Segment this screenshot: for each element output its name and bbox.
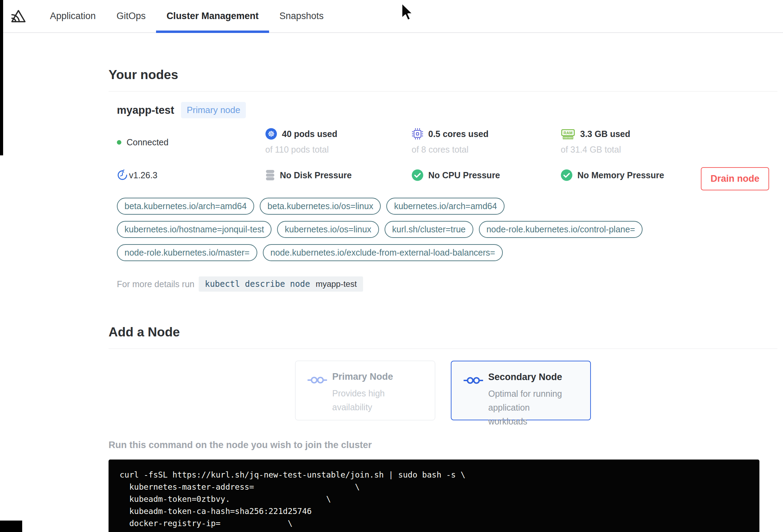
node-label-pill: kubernetes.io/hostname=jonquil-test <box>117 221 272 238</box>
node-label-pill: kubernetes.io/os=linux <box>277 221 379 238</box>
kubectl-command-node-name: myapp-test <box>316 279 357 289</box>
primary-node-option-description: Provides high availability <box>332 386 412 414</box>
pods-stat: ☸ 40 pods used of 110 pods total <box>265 128 412 155</box>
code-line: kubeadm-token=0ztbvy. \ <box>120 493 748 505</box>
cores-stat: 0.5 cores used of 8 cores total <box>412 128 561 155</box>
memory-pressure-label: No Memory Pressure <box>577 170 664 180</box>
node-label-pill: beta.kubernetes.io/os=linux <box>260 198 381 215</box>
status-dot-icon <box>117 140 121 145</box>
secondary-node-option-title: Secondary Node <box>488 372 568 383</box>
node-label-pill: beta.kubernetes.io/arch=amd64 <box>117 198 254 215</box>
tab-snapshots-label: Snapshots <box>279 11 324 22</box>
kubectl-command-text: kubectl describe node <box>205 279 310 289</box>
code-line: kubernetes-master-address= \ <box>120 481 748 493</box>
pods-used-label: 40 pods used <box>282 129 337 139</box>
node-label-pill: kubernetes.io/arch=amd64 <box>386 198 505 215</box>
tab-snapshots[interactable]: Snapshots <box>269 0 334 32</box>
cpu-icon <box>412 128 423 140</box>
svg-text:RAM: RAM <box>563 131 573 135</box>
tab-application[interactable]: Application <box>40 0 106 32</box>
node-version: v1.26.3 <box>117 170 265 181</box>
node-details-hint: For more details run kubectl describe no… <box>117 276 777 292</box>
node-labels: beta.kubernetes.io/arch=amd64 beta.kuber… <box>117 198 658 261</box>
kubernetes-icon: ☸ <box>265 128 277 140</box>
tab-cluster-management[interactable]: Cluster Management <box>156 0 269 32</box>
tab-cluster-management-label: Cluster Management <box>166 11 259 22</box>
cores-total-label: of 8 cores total <box>412 145 561 155</box>
top-navigation: Application GitOps Cluster Management Sn… <box>0 0 783 33</box>
secondary-node-option-description: Optimal for running application workload… <box>488 387 568 428</box>
add-node-section: Add a Node Primary Node Provides high av… <box>109 325 777 532</box>
primary-node-badge: Primary node <box>181 102 246 118</box>
cores-used-label: 0.5 cores used <box>428 129 489 139</box>
node-link-icon <box>463 376 483 385</box>
add-node-title: Add a Node <box>109 325 777 349</box>
node-link-icon <box>307 376 327 385</box>
kubectl-describe-command: kubectl describe node myapp-test <box>199 276 363 292</box>
svg-text:☸: ☸ <box>268 129 275 138</box>
tab-application-label: Application <box>50 11 96 22</box>
check-circle-icon <box>412 169 423 181</box>
version-label: v1.26.3 <box>129 170 157 180</box>
code-line: kubernetes-version=v1.26.3 \ <box>120 530 748 532</box>
version-icon <box>117 170 128 181</box>
join-command-codeblock: curl -fsSL https://kurl.sh/jq-new-test-u… <box>109 460 759 532</box>
node-label-pill: kurl.sh/cluster=true <box>385 221 473 238</box>
cpu-pressure-condition: No CPU Pressure <box>412 169 561 181</box>
window-edge-strip <box>0 0 3 155</box>
tab-gitops-label: GitOps <box>117 11 146 22</box>
memory-stat: RAM 3.3 GB used of 31.4 GB total <box>561 128 777 155</box>
check-circle-icon <box>561 169 573 181</box>
pods-total-label: of 110 pods total <box>265 145 412 155</box>
node-status: Connected <box>117 130 265 155</box>
memory-used-label: 3.3 GB used <box>580 129 630 139</box>
join-command-instruction: Run this command on the node you wish to… <box>109 440 777 451</box>
node-label-pill: node.kubernetes.io/exclude-from-external… <box>263 244 503 261</box>
code-line: curl -fsSL https://kurl.sh/jq-new-test-u… <box>120 469 748 481</box>
your-nodes-title: Your nodes <box>109 68 777 92</box>
status-label: Connected <box>127 137 169 147</box>
node-label-pill: node-role.kubernetes.io/control-plane= <box>479 221 643 238</box>
disk-pressure-label: No Disk Pressure <box>280 170 352 180</box>
node-name: myapp-test <box>117 104 174 117</box>
node-card: myapp-test Primary node Connected ☸ <box>109 92 777 292</box>
primary-node-option[interactable]: Primary Node Provides high availability <box>295 361 435 420</box>
details-prefix: For more details run <box>117 279 195 289</box>
replicated-logo-icon <box>10 9 26 24</box>
primary-node-option-title: Primary Node <box>332 371 412 382</box>
memory-total-label: of 31.4 GB total <box>561 145 777 155</box>
code-line: kubeadm-token-ca-hash=sha256:221d25746 <box>120 505 748 517</box>
drain-node-button[interactable]: Drain node <box>701 167 769 190</box>
node-label-pill: node-role.kubernetes.io/master= <box>117 244 257 261</box>
cpu-pressure-label: No CPU Pressure <box>428 170 500 180</box>
disk-icon <box>265 169 275 181</box>
your-nodes-section: Your nodes myapp-test Primary node Conne… <box>109 68 777 292</box>
app-logo[interactable] <box>0 0 40 32</box>
window-corner-strip <box>0 521 22 532</box>
secondary-node-option[interactable]: Secondary Node Optimal for running appli… <box>451 361 591 420</box>
code-line: docker-registry-ip= \ <box>120 517 748 530</box>
disk-pressure-condition: No Disk Pressure <box>265 169 412 181</box>
ram-icon: RAM <box>561 128 575 140</box>
tab-gitops[interactable]: GitOps <box>106 0 156 32</box>
